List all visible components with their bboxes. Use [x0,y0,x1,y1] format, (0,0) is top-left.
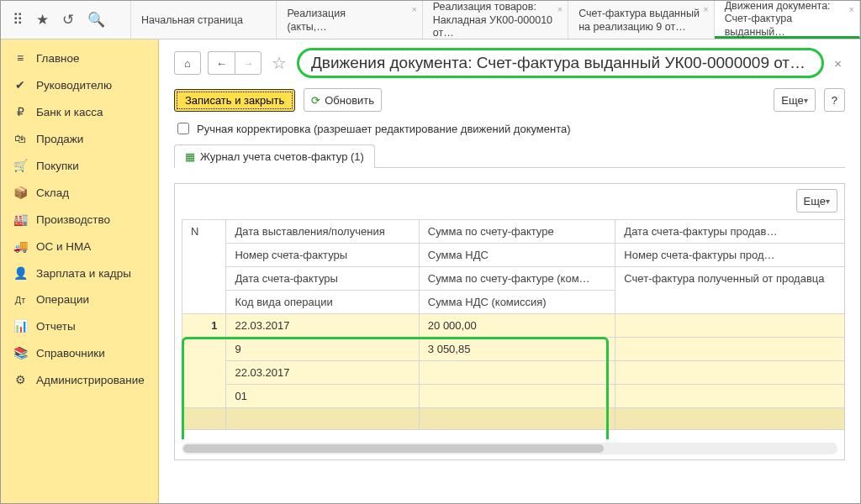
sidebar-item-stock[interactable]: 📦Склад [1,179,158,206]
refresh-icon: ⟳ [311,94,320,107]
close-icon[interactable]: × [849,4,854,16]
history-icon[interactable]: ↺ [62,11,74,29]
help-button[interactable]: ? [824,88,845,112]
manual-edit-checkbox[interactable]: Ручная корректировка (разрешает редактир… [174,120,845,137]
tab-sublabel: (акты,… [287,21,413,34]
scrollbar-thumb[interactable] [183,444,604,453]
page-title: Движения документа: Счет-фактура выданны… [297,48,824,78]
tab-invoice-journal[interactable]: ▦ Журнал учета счетов-фактур (1) [174,144,375,168]
tab-label: Движения документа: [725,0,851,13]
col-c-1[interactable]: Дата счета-фактуры продав… [615,220,844,244]
top-tab-bar: ⠿ ★ ↺ 🔍 Начальная страница × Реализация … [1,1,860,39]
tab-sublabel: Счет-фактура выданный… [725,13,851,39]
col-a-1[interactable]: Дата выставления/получения [226,220,419,244]
col-b-3[interactable]: Сумма по счету-фактуре (ком… [419,267,615,291]
cell [419,385,615,408]
sidebar-item-hr[interactable]: 👤Зарплата и кадры [1,260,158,286]
sidebar-item-label: Администрирование [36,374,145,386]
person-icon: 👤 [13,266,28,280]
gear-icon: ⚙ [13,373,28,386]
save-and-close-button[interactable]: Записать и закрыть [174,89,295,112]
close-icon[interactable]: × [703,4,708,16]
cell [615,385,844,408]
tab-realization[interactable]: × Реализация (акты,… [277,1,422,39]
refresh-button[interactable]: ⟳Обновить [304,88,382,112]
sidebar-item-main[interactable]: ≡Главное [1,45,158,71]
register-tabs: ▦ Журнал учета счетов-фактур (1) [174,144,845,168]
sidebar-item-label: Операции [36,293,89,306]
home-button[interactable]: ⌂ [174,51,201,75]
more-button[interactable]: Еще [774,88,815,112]
sidebar-item-manager[interactable]: ✔Руководителю [1,71,158,98]
grid-panel: Еще N Дата выставления/получения Сумма п… [174,183,845,460]
sidebar-item-label: Производство [36,213,110,226]
page-header: ⌂ ← → ☆ Движения документа: Счет-фактура… [174,48,845,78]
sidebar-item-purchases[interactable]: 🛒Покупки [1,152,158,179]
nav-back-forward: ← → [208,51,261,75]
tab-home[interactable]: Начальная страница [131,1,277,39]
back-button[interactable]: ← [208,51,235,75]
apps-icon[interactable]: ⠿ [13,11,23,29]
cell: 20 000,00 [419,314,615,338]
sidebar-item-label: Склад [36,186,69,199]
star-icon[interactable]: ★ [36,11,49,29]
tab-realization-goods[interactable]: × Реализация товаров: Накладная УК00-000… [423,1,568,39]
col-a-2[interactable]: Номер счета-фактуры [226,244,419,267]
sidebar-item-assets[interactable]: 🚚ОС и НМА [1,233,158,260]
col-c-2[interactable]: Номер счета-фактуры прод… [615,244,844,267]
favorite-icon[interactable]: ☆ [268,53,290,73]
cell-n: 1 [182,314,226,408]
sidebar-item-reports[interactable]: 📊Отчеты [1,312,158,339]
sidebar-item-label: Продажи [36,133,83,145]
col-b-4[interactable]: Сумма НДС (комиссия) [419,291,615,314]
grid-toolbar: Еще [175,184,844,219]
col-c-3[interactable]: Счет-фактура полученный от продавца [615,267,844,314]
dtkt-icon: Дт [13,295,28,305]
tab-movements[interactable]: × Движения документа: Счет-фактура выдан… [715,1,860,39]
table-row[interactable]: 1 22.03.2017 20 000,00 [182,314,845,338]
page-toolbar: Записать и закрыть ⟳Обновить Еще ? [174,88,845,112]
table-row[interactable]: 22.03.2017 [182,361,845,385]
cell [419,361,615,385]
col-a-4[interactable]: Код вида операции [226,291,419,314]
grid-header: N Дата выставления/получения Сумма по сч… [182,220,845,314]
tab-sublabel: Накладная УК00-000010 от… [433,14,559,40]
manual-edit-input[interactable] [177,123,189,134]
col-b-2[interactable]: Сумма НДС [419,244,615,267]
sidebar-item-admin[interactable]: ⚙Администрирование [1,366,158,393]
tab-label: Реализация [287,8,413,21]
inner-tab-label: Журнал учета счетов-фактур (1) [200,150,364,163]
truck-icon: 🚚 [13,239,28,253]
col-a-3[interactable]: Дата счета-фактуры [226,267,419,291]
cell [615,361,844,385]
tab-label: Счет-фактура выданный [578,8,705,21]
table-row[interactable]: 01 [182,385,845,408]
grid-more-button[interactable]: Еще [796,189,837,213]
col-n[interactable]: N [182,220,226,314]
sidebar-item-operations[interactable]: ДтОперации [1,286,158,312]
close-page-button[interactable]: × [831,56,845,71]
search-icon[interactable]: 🔍 [87,11,105,29]
grid-icon: ▦ [185,150,195,163]
horizontal-scrollbar[interactable] [182,443,837,454]
topbar-quick-icons: ⠿ ★ ↺ 🔍 [1,1,131,39]
close-icon[interactable]: × [557,4,563,16]
sidebar-item-label: ОС и НМА [36,240,91,253]
grid-scroll[interactable]: N Дата выставления/получения Сумма по сч… [175,219,844,439]
sidebar-item-production[interactable]: 🏭Производство [1,206,158,233]
table-row[interactable]: 9 3 050,85 [182,338,845,361]
factory-icon: 🏭 [13,213,28,226]
sidebar-item-sales[interactable]: 🛍Продажи [1,125,158,152]
sidebar-item-label: Главное [36,52,80,65]
manual-edit-label: Ручная корректировка (разрешает редактир… [197,123,571,135]
col-b-1[interactable]: Сумма по счету-фактуре [419,220,615,244]
sidebar-item-refs[interactable]: 📚Справочники [1,339,158,366]
sidebar-item-label: Отчеты [36,320,76,333]
refresh-label: Обновить [325,94,374,107]
tab-label: Реализация товаров: [433,1,559,14]
close-icon[interactable]: × [411,4,416,16]
forward-button[interactable]: → [235,51,261,75]
sidebar-item-bank[interactable]: ₽Банк и касса [1,98,158,125]
check-icon: ✔ [13,78,28,92]
tab-invoice-out[interactable]: × Счет-фактура выданный на реализацию 9 … [568,1,714,39]
